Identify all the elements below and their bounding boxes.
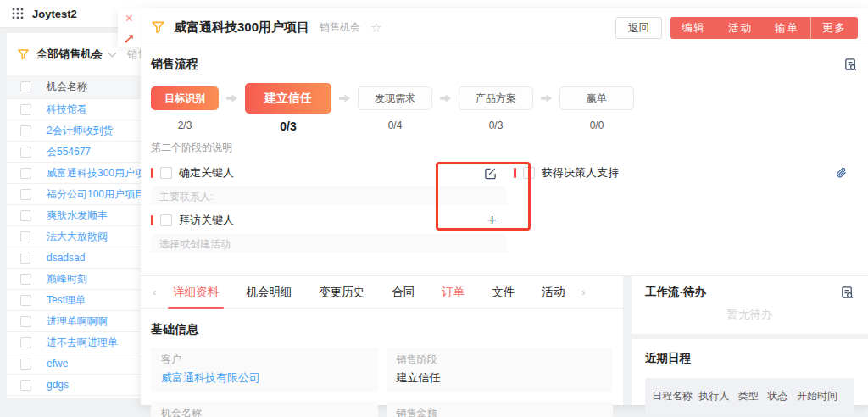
- edit-button[interactable]: 编辑: [670, 17, 717, 39]
- workflow-empty-text: 暂无待办: [645, 307, 854, 322]
- task-checkbox[interactable]: [160, 167, 172, 179]
- tabs-scroll-right-icon[interactable]: ›: [578, 286, 588, 298]
- row-checkbox[interactable]: [20, 337, 31, 348]
- stage-button[interactable]: 赢单: [559, 86, 634, 110]
- filter-view-label[interactable]: 全部销售机会: [36, 47, 103, 62]
- opportunity-link[interactable]: 福分公司100用户项目: [47, 187, 141, 202]
- app-grid-menu-icon[interactable]: [12, 8, 24, 19]
- expand-icon[interactable]: [124, 33, 135, 44]
- paperclip-icon[interactable]: [835, 167, 848, 180]
- opportunity-row: 福分公司100用户项目: [7, 184, 141, 205]
- opportunity-row: 进理单啊啊啊: [7, 311, 141, 332]
- row-checkbox[interactable]: [20, 168, 31, 179]
- workflow-log-search-icon[interactable]: [840, 286, 854, 300]
- row-checkbox[interactable]: [20, 189, 31, 200]
- opportunity-row: 2会计师收到货: [7, 120, 141, 142]
- row-checkbox[interactable]: [20, 359, 31, 370]
- opportunity-link[interactable]: 会554677: [47, 145, 91, 159]
- edit-icon[interactable]: [484, 167, 497, 180]
- opportunity-link[interactable]: 进理单啊啊啊: [47, 314, 108, 329]
- tab-files[interactable]: 文件: [492, 276, 515, 309]
- tab-detail-info[interactable]: 详细资料: [173, 276, 219, 309]
- required-marker: [151, 168, 153, 178]
- stage-button[interactable]: 产品方案: [459, 86, 533, 110]
- row-checkbox[interactable]: [20, 295, 31, 306]
- entity-type-label: 销售机会: [320, 20, 360, 35]
- activity-button[interactable]: 活动: [717, 17, 764, 39]
- schedule-col-type: 类型: [738, 389, 768, 403]
- select-all-checkbox[interactable]: [20, 81, 31, 92]
- row-checkbox[interactable]: [20, 380, 31, 391]
- row-checkbox[interactable]: [20, 210, 31, 221]
- add-activity-button[interactable]: +: [487, 213, 497, 228]
- opportunity-row: dsadsad: [7, 247, 141, 269]
- schedule-col-status: 状态: [767, 389, 797, 403]
- pipeline-stages: 目标识别 2/3 建立信任 0/3 发现需求 0/4 产品方案 0/3 赢单 0…: [151, 83, 858, 133]
- opportunity-link[interactable]: 巅峰时刻: [47, 272, 87, 286]
- tab-change-history[interactable]: 变更历史: [319, 276, 364, 309]
- stage-button[interactable]: 发现需求: [358, 86, 432, 110]
- stage-count: 0/3: [489, 120, 504, 131]
- opportunity-row: Test理单: [7, 290, 141, 311]
- stage-count: 0/3: [280, 120, 296, 133]
- row-checkbox[interactable]: [20, 253, 31, 264]
- more-button[interactable]: 更多: [810, 17, 858, 39]
- close-icon[interactable]: ×: [125, 12, 133, 25]
- workflow-todo-title: 工作流·待办: [645, 285, 706, 300]
- stage-done: 目标识别 2/3: [151, 83, 219, 131]
- task-label: 确定关键人: [179, 165, 234, 181]
- field-label: 机会名称: [161, 406, 368, 417]
- tab-activity[interactable]: 活动: [542, 276, 565, 309]
- opportunity-link[interactable]: dsadsad: [47, 252, 85, 264]
- opportunity-link[interactable]: 法大大放散阀: [47, 230, 108, 244]
- field-sales-amount: 销售金额 580,000.00: [387, 401, 614, 417]
- tab-order[interactable]: 订单: [442, 276, 465, 309]
- row-checkbox[interactable]: [20, 125, 31, 136]
- star-icon[interactable]: ☆: [370, 20, 381, 36]
- field-opportunity-name: 机会名称 威富通科技300用户项目: [151, 401, 378, 417]
- row-checkbox[interactable]: [20, 274, 31, 285]
- opportunity-link[interactable]: 威富通科技300用户项目: [47, 166, 141, 181]
- lose-order-button[interactable]: 输单: [764, 17, 810, 39]
- task-subfield[interactable]: 主要联系人:: [151, 186, 507, 205]
- tab-contract[interactable]: 合同: [392, 276, 415, 309]
- tabs-scroll-left-icon[interactable]: ‹: [149, 286, 159, 298]
- opportunity-link[interactable]: gdgs: [47, 379, 69, 391]
- schedule-col-name: 日程名称: [652, 389, 698, 403]
- opportunity-link[interactable]: 进不去啊进理单: [47, 336, 118, 350]
- process-log-search-icon[interactable]: [843, 58, 858, 72]
- stage-count: 0/4: [388, 120, 403, 131]
- stage-arrow-icon: [541, 83, 552, 114]
- opportunity-link[interactable]: efwe: [47, 358, 68, 370]
- task-subfield[interactable]: 选择或创建活动: [151, 234, 507, 253]
- opportunity-link[interactable]: Test理单: [47, 293, 86, 308]
- opportunity-link[interactable]: 爽肤水发顺丰: [47, 208, 108, 223]
- task-checkbox[interactable]: [523, 167, 535, 179]
- back-button[interactable]: 返回: [615, 17, 662, 39]
- side-info-pane: 工作流·待办 暂无待办 近期日程 日程名称: [632, 276, 868, 405]
- recent-schedule-card: 近期日程 日程名称 执行人 类型 状态 开始时间: [632, 339, 868, 414]
- task-checkbox[interactable]: [160, 214, 172, 226]
- filter-secondary-label: 销售机会: [127, 47, 141, 62]
- stage-count: 2/3: [178, 120, 192, 131]
- stage-button[interactable]: 建立信任: [245, 83, 331, 114]
- row-checkbox[interactable]: [20, 147, 31, 158]
- row-checkbox[interactable]: [20, 316, 31, 327]
- stage-button[interactable]: 目标识别: [151, 86, 219, 110]
- sales-process-title: 销售流程: [151, 57, 198, 72]
- opportunity-list-panel: 全部销售机会 销售机会 机会名称 科技馆看 2会计师收到货 会554677 威富…: [7, 33, 141, 398]
- opportunity-link[interactable]: 科技馆看: [47, 103, 87, 117]
- schedule-col-start-time: 开始时间: [797, 389, 848, 403]
- field-label: 销售金额: [397, 406, 604, 417]
- stage-description: 第二个阶段的说明: [151, 141, 858, 155]
- stage-checklist: 确定关键人 主要联系人: 拜访关键人 + 选择或创建活动: [151, 162, 858, 260]
- field-sales-stage: 销售阶段 建立信任: [387, 348, 614, 392]
- drawer-controls: ×: [118, 8, 141, 47]
- tab-opportunity-detail[interactable]: 机会明细: [246, 276, 292, 309]
- customer-link[interactable]: 威富通科技有限公司: [161, 370, 368, 386]
- row-checkbox[interactable]: [20, 231, 31, 242]
- row-checkbox[interactable]: [20, 104, 31, 115]
- chevron-down-icon[interactable]: [108, 49, 117, 58]
- opportunity-link[interactable]: 2会计师收到货: [47, 124, 114, 138]
- opportunity-row: efwe: [7, 353, 141, 375]
